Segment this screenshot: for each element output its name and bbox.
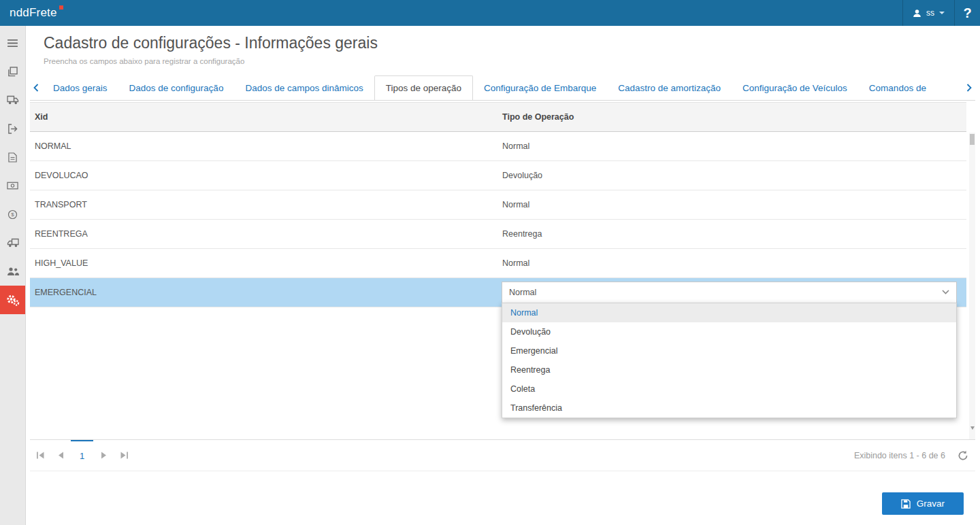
topbar-right: ss ? (902, 0, 980, 26)
cell-xid: NORMAL (30, 132, 497, 160)
cell-tipo: Normal (497, 190, 966, 219)
users-icon (7, 267, 19, 276)
pager-status: Exibindo itens 1 - 6 de 6 (854, 451, 945, 460)
user-menu[interactable]: ss (902, 0, 954, 26)
table-header: Xid Tipo de Operação (30, 102, 966, 132)
vertical-scrollbar[interactable] (969, 133, 975, 439)
tab-dados-gerais[interactable]: Dados gerais (42, 75, 118, 100)
delivery-truck-icon (7, 238, 19, 248)
page-head: Cadastro de configurações - Informações … (26, 26, 980, 75)
logo-mark (59, 5, 63, 10)
truck-icon (7, 95, 19, 105)
help-label: ? (963, 5, 971, 21)
chevron-down-icon (939, 12, 945, 14)
pager-prev-icon[interactable] (50, 440, 71, 471)
dropdown-option-emergencial[interactable]: Emergencial (502, 341, 956, 360)
chevron-down-icon[interactable] (942, 290, 956, 294)
app-logo: nddFrete (10, 6, 63, 20)
tab-configuracao-de-veiculos[interactable]: Configuração de Veículos (732, 75, 858, 100)
dropdown-value: Normal (502, 288, 536, 297)
cell-tipo-editing: Normal Normal Devolução Emergencial Reen… (497, 278, 966, 307)
sidebar-item-copy[interactable] (0, 57, 25, 86)
document-icon (8, 152, 17, 163)
currency-circle-icon: $ (7, 209, 18, 220)
dropdown-option-transferencia[interactable]: Transferência (502, 399, 956, 418)
tab-configuracao-de-embarque[interactable]: Configuração de Embarque (473, 75, 607, 100)
tab-scroll-right-icon[interactable] (963, 75, 975, 100)
tab-dados-de-campos-dinamicos[interactable]: Dados de campos dinâmicos (234, 75, 374, 100)
operations-table: Xid Tipo de Operação NORMAL Normal DEVOL… (30, 102, 966, 439)
table-row[interactable]: NORMAL Normal (30, 132, 966, 161)
menu-icon (7, 39, 18, 48)
dropdown-option-reentrega[interactable]: Reentrega (502, 360, 956, 379)
sidebar-item-settings-active[interactable] (0, 286, 25, 314)
sidebar: $ (0, 26, 26, 525)
help-button[interactable]: ? (954, 0, 980, 26)
svg-text:$: $ (11, 211, 14, 218)
page-title: Cadastro de configurações - Informações … (44, 34, 980, 52)
scrollbar-thumb[interactable] (970, 134, 975, 145)
tab-cadastro-de-amortizacao[interactable]: Cadastro de amortização (607, 75, 732, 100)
sidebar-item-document[interactable] (0, 143, 25, 171)
tabs: Dados gerais Dados de configuração Dados… (42, 75, 963, 100)
cell-xid: TRANSPORT (30, 190, 497, 219)
sidebar-item-currency[interactable]: $ (0, 200, 25, 228)
pager-first-icon[interactable] (30, 440, 50, 471)
export-icon (7, 124, 18, 134)
tab-strip: Dados gerais Dados de configuração Dados… (30, 75, 975, 101)
cell-tipo: Devolução (497, 161, 966, 190)
cell-xid: DEVOLUCAO (30, 161, 497, 190)
pager-right: Exibindo itens 1 - 6 de 6 (854, 440, 975, 471)
pager-page-1[interactable]: 1 (71, 440, 93, 471)
sidebar-item-banknote[interactable] (0, 171, 25, 200)
sidebar-item-truck[interactable] (0, 86, 25, 114)
sidebar-item-users[interactable] (0, 257, 25, 286)
footer: Gravar (26, 471, 980, 525)
copy-pages-icon (7, 67, 18, 77)
pager-last-icon[interactable] (114, 440, 134, 471)
save-label: Gravar (917, 498, 945, 509)
cell-tipo: Normal (497, 249, 966, 277)
grid-wrap: Xid Tipo de Operação NORMAL Normal DEVOL… (30, 102, 975, 439)
save-button[interactable]: Gravar (882, 492, 964, 515)
table-row[interactable]: DEVOLUCAO Devolução (30, 161, 966, 190)
cell-xid: EMERGENCIAL (30, 278, 497, 307)
save-icon (901, 499, 911, 509)
table-row[interactable]: TRANSPORT Normal (30, 190, 966, 220)
tab-scroll-left-icon[interactable] (30, 75, 42, 100)
pager-next-icon[interactable] (93, 440, 114, 471)
user-icon (913, 9, 921, 18)
banknote-icon (7, 182, 18, 190)
sidebar-item-delivery[interactable] (0, 228, 25, 257)
scrollbar-down-arrow-icon[interactable] (969, 424, 975, 431)
table-row[interactable]: HIGH_VALUE Normal (30, 249, 966, 278)
sidebar-item-menu[interactable] (0, 29, 25, 57)
tab-tipos-de-operacao-active[interactable]: Tipos de operação (374, 75, 473, 100)
sidebar-item-export[interactable] (0, 114, 25, 143)
refresh-icon[interactable] (958, 450, 968, 461)
table-row[interactable]: REENTREGA Reentrega (30, 220, 966, 249)
dropdown-popup: Normal Devolução Emergencial Reentrega C… (502, 303, 957, 418)
cell-tipo: Reentrega (497, 220, 966, 248)
pager: 1 Exibindo itens 1 - 6 de 6 (30, 439, 975, 471)
top-bar: nddFrete ss ? (0, 0, 980, 26)
main-content: Cadastro de configurações - Informações … (26, 26, 980, 525)
logo-text: nddFrete (10, 6, 57, 19)
cell-xid: REENTREGA (30, 220, 497, 248)
column-header-tipo[interactable]: Tipo de Operação (497, 103, 966, 131)
tipo-operacao-dropdown[interactable]: Normal Normal Devolução Emergencial Reen… (502, 282, 957, 304)
page-subtitle: Preencha os campos abaixo para registrar… (44, 57, 980, 65)
tab-comandos-de[interactable]: Comandos de (858, 75, 937, 100)
column-header-xid[interactable]: Xid (30, 103, 497, 131)
cell-tipo: Normal (497, 132, 966, 160)
settings-gears-icon (5, 294, 20, 307)
dropdown-option-normal[interactable]: Normal (502, 303, 956, 322)
table-row-selected[interactable]: EMERGENCIAL Normal Normal Devolução Emer… (30, 278, 966, 307)
tab-dados-de-configuracao[interactable]: Dados de configuração (118, 75, 235, 100)
dropdown-option-coleta[interactable]: Coleta (502, 379, 956, 399)
cell-xid: HIGH_VALUE (30, 249, 497, 277)
user-initials: ss (926, 8, 934, 18)
dropdown-option-devolucao[interactable]: Devolução (502, 322, 956, 341)
